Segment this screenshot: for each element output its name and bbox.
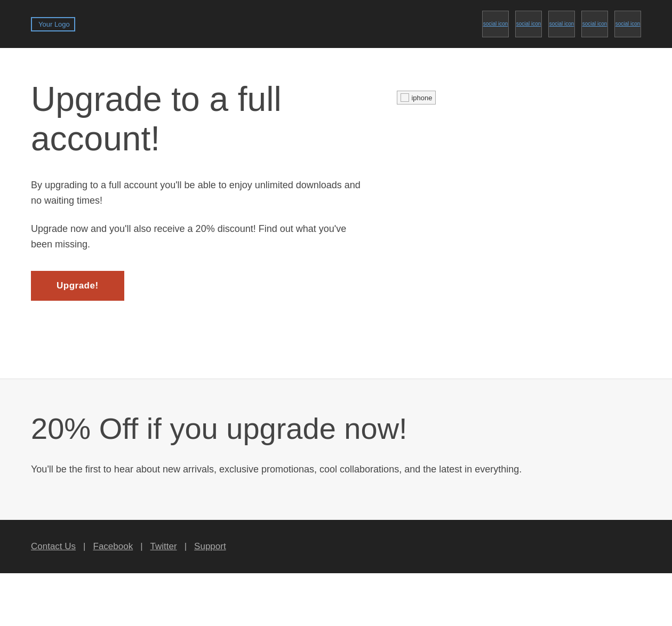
main-paragraph-1: By upgrading to a full account you'll be… [31, 178, 366, 208]
social-link-5[interactable]: social icon [614, 11, 641, 37]
iphone-label: iphone [411, 94, 432, 102]
promo-heading: 20% Off if you upgrade now! [31, 411, 641, 446]
separator-1: | [83, 541, 85, 552]
main-section: Upgrade to a full account! By upgrading … [0, 48, 672, 379]
promo-section: 20% Off if you upgrade now! You'll be th… [0, 379, 672, 520]
separator-2: | [140, 541, 142, 552]
social-link-1[interactable]: social icon [482, 11, 509, 37]
social-link-3[interactable]: social icon [548, 11, 575, 37]
social-link-4[interactable]: social icon [581, 11, 608, 37]
logo[interactable]: Your Logo [31, 17, 75, 31]
footer: Contact Us | Facebook | Twitter | Suppor… [0, 520, 672, 573]
header: Your Logo social icon social icon social… [0, 0, 672, 48]
iphone-image: iphone [397, 91, 436, 105]
logo-text: Your Logo [38, 20, 70, 28]
promo-text: You'll be the first to hear about new ar… [31, 462, 564, 477]
main-left: Upgrade to a full account! By upgrading … [31, 80, 366, 347]
social-icon-2: social icon [515, 11, 542, 37]
upgrade-button[interactable]: Upgrade! [31, 271, 124, 301]
social-icon-4: social icon [581, 11, 608, 37]
social-icon-3: social icon [548, 11, 575, 37]
separator-3: | [185, 541, 187, 552]
footer-nav: Contact Us | Facebook | Twitter | Suppor… [31, 541, 226, 552]
main-paragraph-2: Upgrade now and you'll also receive a 20… [31, 221, 366, 252]
iphone-img-box [401, 93, 409, 102]
twitter-link[interactable]: Twitter [150, 541, 177, 552]
main-right: iphone [397, 80, 641, 347]
contact-us-link[interactable]: Contact Us [31, 541, 76, 552]
support-link[interactable]: Support [194, 541, 226, 552]
social-link-2[interactable]: social icon [515, 11, 542, 37]
main-heading: Upgrade to a full account! [31, 80, 366, 158]
logo-container[interactable]: Your Logo [31, 17, 75, 31]
facebook-link[interactable]: Facebook [93, 541, 133, 552]
social-icon-1: social icon [482, 11, 509, 37]
social-icon-5: social icon [614, 11, 641, 37]
social-icons-container: social icon social icon social icon soci… [482, 11, 641, 37]
